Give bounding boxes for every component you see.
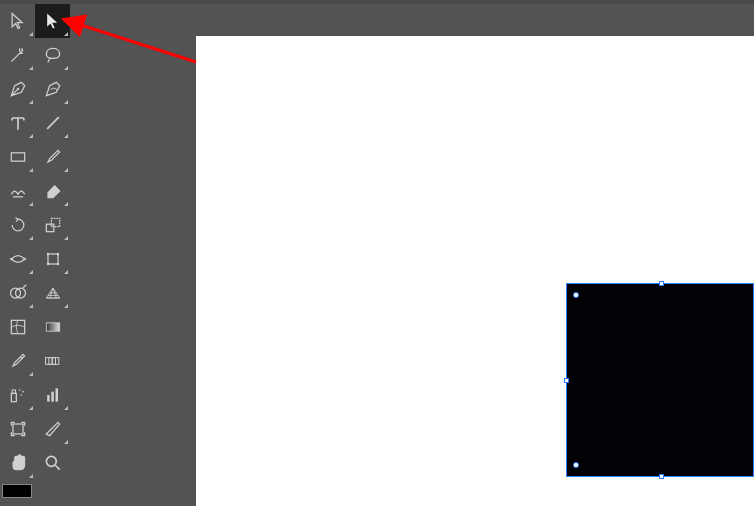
svg-point-5 bbox=[10, 258, 13, 261]
eyedropper-tool[interactable] bbox=[0, 344, 35, 378]
svg-rect-14 bbox=[11, 320, 24, 333]
type-tool[interactable] bbox=[0, 106, 35, 140]
scale-tool[interactable] bbox=[35, 208, 70, 242]
graph-icon bbox=[43, 385, 63, 405]
svg-point-6 bbox=[23, 258, 25, 261]
flyout-indicator-icon bbox=[29, 372, 33, 376]
hand-tool[interactable] bbox=[0, 446, 35, 480]
flyout-indicator-icon bbox=[64, 32, 68, 36]
flyout-indicator-icon bbox=[64, 304, 68, 308]
flyout-indicator-icon bbox=[64, 134, 68, 138]
slice-icon bbox=[43, 419, 63, 439]
magic-wand-tool[interactable] bbox=[0, 38, 35, 72]
selection-tool[interactable] bbox=[0, 4, 35, 38]
svg-point-21 bbox=[18, 389, 20, 391]
flyout-indicator-icon bbox=[64, 202, 68, 206]
gradient-icon bbox=[43, 317, 63, 337]
rotate-tool[interactable] bbox=[0, 208, 35, 242]
svg-rect-7 bbox=[48, 254, 58, 264]
svg-point-8 bbox=[46, 253, 49, 256]
selection-handle-tm[interactable] bbox=[659, 281, 664, 286]
flyout-indicator-icon bbox=[29, 100, 33, 104]
line-segment-tool[interactable] bbox=[35, 106, 70, 140]
rectangle-icon bbox=[8, 147, 28, 167]
flyout-indicator-icon bbox=[64, 100, 68, 104]
flyout-indicator-icon bbox=[29, 134, 33, 138]
eyedropper-icon bbox=[8, 351, 28, 371]
curvature-tool[interactable] bbox=[35, 72, 70, 106]
tools-panel bbox=[0, 0, 70, 506]
paintbrush-tool[interactable] bbox=[35, 140, 70, 174]
flyout-indicator-icon bbox=[64, 270, 68, 274]
svg-rect-24 bbox=[47, 395, 50, 402]
flyout-indicator-icon bbox=[29, 474, 33, 478]
mesh-tool[interactable] bbox=[0, 310, 35, 344]
svg-point-9 bbox=[56, 253, 59, 256]
rotate-icon bbox=[8, 215, 28, 235]
eraser-tool[interactable] bbox=[35, 174, 70, 208]
svg-point-1 bbox=[16, 88, 19, 91]
fill-color-swatch[interactable] bbox=[2, 484, 32, 498]
blend-icon bbox=[43, 351, 63, 371]
lasso-tool[interactable] bbox=[35, 38, 70, 72]
svg-line-30 bbox=[78, 24, 196, 62]
brush-icon bbox=[43, 147, 63, 167]
flyout-indicator-icon bbox=[29, 32, 33, 36]
shape-builder-icon bbox=[8, 283, 28, 303]
shape-builder-tool[interactable] bbox=[0, 276, 35, 310]
magic-wand-icon bbox=[8, 45, 28, 65]
free-transform-icon bbox=[43, 249, 63, 269]
flyout-indicator-icon bbox=[29, 304, 33, 308]
shaper-icon bbox=[8, 181, 28, 201]
cursor-outline-icon bbox=[8, 11, 28, 31]
flyout-indicator-icon bbox=[29, 236, 33, 240]
slice-tool[interactable] bbox=[35, 412, 70, 446]
pen-tool[interactable] bbox=[0, 72, 35, 106]
eraser-icon bbox=[43, 181, 63, 201]
pen-icon bbox=[8, 79, 28, 99]
flyout-indicator-icon bbox=[64, 406, 68, 410]
flyout-indicator-icon bbox=[64, 66, 68, 70]
line-icon bbox=[43, 113, 63, 133]
artboard-tool[interactable] bbox=[0, 412, 35, 446]
selection-handle-bl[interactable] bbox=[573, 462, 579, 468]
svg-rect-27 bbox=[13, 424, 23, 434]
symbol-sprayer-tool[interactable] bbox=[0, 378, 35, 412]
flyout-indicator-icon bbox=[64, 236, 68, 240]
selection-handle-bm[interactable] bbox=[659, 474, 664, 479]
blend-tool[interactable] bbox=[35, 344, 70, 378]
selection-handle-ml[interactable] bbox=[564, 378, 569, 383]
scale-icon bbox=[43, 215, 63, 235]
rectangle-tool[interactable] bbox=[0, 140, 35, 174]
curvature-pen-icon bbox=[43, 79, 63, 99]
symbol-spray-icon bbox=[8, 385, 28, 405]
svg-point-22 bbox=[22, 391, 24, 393]
svg-point-23 bbox=[20, 394, 22, 396]
hand-icon bbox=[8, 453, 28, 473]
flyout-indicator-icon bbox=[29, 202, 33, 206]
column-graph-tool[interactable] bbox=[35, 378, 70, 412]
selected-rectangle-shape[interactable] bbox=[566, 283, 754, 477]
zoom-tool[interactable] bbox=[35, 446, 70, 480]
flyout-indicator-icon bbox=[29, 406, 33, 410]
mesh-icon bbox=[8, 317, 28, 337]
svg-point-10 bbox=[46, 263, 49, 266]
svg-rect-25 bbox=[51, 392, 54, 402]
free-transform-tool[interactable] bbox=[35, 242, 70, 276]
direct-selection-tool[interactable] bbox=[35, 4, 70, 38]
svg-rect-15 bbox=[46, 323, 59, 331]
flyout-indicator-icon bbox=[64, 168, 68, 172]
shaper-tool[interactable] bbox=[0, 174, 35, 208]
svg-rect-2 bbox=[11, 153, 24, 161]
width-icon bbox=[8, 249, 28, 269]
svg-point-0 bbox=[21, 48, 23, 50]
width-tool[interactable] bbox=[0, 242, 35, 276]
flyout-indicator-icon bbox=[29, 66, 33, 70]
selection-handle-tl[interactable] bbox=[573, 292, 579, 298]
perspective-grid-tool[interactable] bbox=[35, 276, 70, 310]
svg-point-11 bbox=[56, 263, 59, 266]
flyout-indicator-icon bbox=[64, 440, 68, 444]
gradient-tool[interactable] bbox=[35, 310, 70, 344]
artboard-icon bbox=[8, 419, 28, 439]
svg-point-28 bbox=[46, 456, 56, 466]
